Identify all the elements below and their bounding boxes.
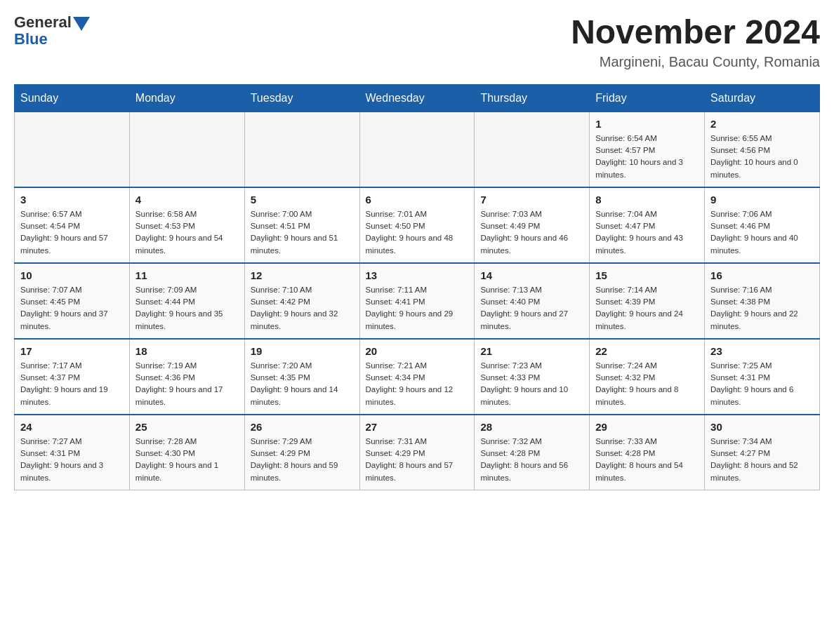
day-number: 25 [135,421,239,433]
logo-triangle-icon [73,17,90,31]
day-info: Sunrise: 7:33 AMSunset: 4:28 PMDaylight:… [595,436,699,484]
calendar-day-cell: 12Sunrise: 7:10 AMSunset: 4:42 PMDayligh… [244,263,359,339]
calendar-day-cell: 21Sunrise: 7:23 AMSunset: 4:33 PMDayligh… [475,339,590,415]
calendar-day-cell: 13Sunrise: 7:11 AMSunset: 4:41 PMDayligh… [359,263,475,339]
calendar-day-cell [129,112,244,187]
day-number: 3 [20,194,124,206]
day-info: Sunrise: 7:31 AMSunset: 4:29 PMDaylight:… [366,436,469,484]
day-info: Sunrise: 6:57 AMSunset: 4:54 PMDaylight:… [20,208,124,257]
day-info: Sunrise: 7:07 AMSunset: 4:45 PMDaylight:… [20,284,124,333]
day-info: Sunrise: 7:13 AMSunset: 4:40 PMDaylight:… [480,284,583,333]
weekday-header: Tuesday [244,84,359,112]
day-number: 10 [20,269,124,281]
day-number: 19 [251,345,354,357]
day-info: Sunrise: 7:34 AMSunset: 4:27 PMDaylight:… [710,436,814,484]
calendar-day-cell: 4Sunrise: 6:58 AMSunset: 4:53 PMDaylight… [129,187,244,263]
day-info: Sunrise: 7:16 AMSunset: 4:38 PMDaylight:… [710,284,814,333]
day-number: 5 [251,194,354,206]
calendar-day-cell: 15Sunrise: 7:14 AMSunset: 4:39 PMDayligh… [590,263,705,339]
logo[interactable]: General Blue [14,14,90,48]
calendar-week-row: 10Sunrise: 7:07 AMSunset: 4:45 PMDayligh… [15,263,820,339]
calendar-week-row: 24Sunrise: 7:27 AMSunset: 4:31 PMDayligh… [15,415,820,490]
day-info: Sunrise: 7:29 AMSunset: 4:29 PMDaylight:… [251,436,354,484]
calendar-day-cell: 25Sunrise: 7:28 AMSunset: 4:30 PMDayligh… [129,415,244,490]
day-number: 14 [480,269,583,281]
calendar-day-cell: 24Sunrise: 7:27 AMSunset: 4:31 PMDayligh… [15,415,130,490]
calendar-day-cell: 5Sunrise: 7:00 AMSunset: 4:51 PMDaylight… [244,187,359,263]
calendar-day-cell: 7Sunrise: 7:03 AMSunset: 4:49 PMDaylight… [475,187,590,263]
weekday-header: Thursday [475,84,590,112]
day-info: Sunrise: 7:27 AMSunset: 4:31 PMDaylight:… [20,436,124,484]
calendar-day-cell: 23Sunrise: 7:25 AMSunset: 4:31 PMDayligh… [705,339,820,415]
calendar-day-cell: 10Sunrise: 7:07 AMSunset: 4:45 PMDayligh… [15,263,130,339]
day-number: 1 [595,118,699,130]
calendar-day-cell: 17Sunrise: 7:17 AMSunset: 4:37 PMDayligh… [15,339,130,415]
logo-blue: Blue [14,31,90,48]
day-info: Sunrise: 7:20 AMSunset: 4:35 PMDaylight:… [251,360,354,408]
calendar-day-cell: 27Sunrise: 7:31 AMSunset: 4:29 PMDayligh… [359,415,475,490]
day-info: Sunrise: 7:25 AMSunset: 4:31 PMDaylight:… [710,360,814,408]
calendar-day-cell: 9Sunrise: 7:06 AMSunset: 4:46 PMDaylight… [705,187,820,263]
calendar-day-cell: 30Sunrise: 7:34 AMSunset: 4:27 PMDayligh… [705,415,820,490]
day-number: 8 [595,194,699,206]
day-number: 13 [366,269,469,281]
weekday-header: Saturday [705,84,820,112]
day-number: 28 [480,421,583,433]
day-number: 2 [710,118,814,130]
day-info: Sunrise: 6:55 AMSunset: 4:56 PMDaylight:… [710,133,814,181]
calendar-header-row: SundayMondayTuesdayWednesdayThursdayFrid… [15,84,820,112]
calendar-day-cell: 11Sunrise: 7:09 AMSunset: 4:44 PMDayligh… [129,263,244,339]
page-header: General Blue November 2024 Margineni, Ba… [14,14,820,70]
calendar-day-cell: 29Sunrise: 7:33 AMSunset: 4:28 PMDayligh… [590,415,705,490]
day-number: 22 [595,345,699,357]
day-info: Sunrise: 7:10 AMSunset: 4:42 PMDaylight:… [251,284,354,333]
calendar-week-row: 1Sunrise: 6:54 AMSunset: 4:57 PMDaylight… [15,112,820,187]
calendar-table: SundayMondayTuesdayWednesdayThursdayFrid… [14,84,820,490]
day-number: 21 [480,345,583,357]
day-info: Sunrise: 7:06 AMSunset: 4:46 PMDaylight:… [710,208,814,257]
logo-text: General Blue [14,14,90,48]
calendar-day-cell [475,112,590,187]
weekday-header: Monday [129,84,244,112]
calendar-day-cell: 1Sunrise: 6:54 AMSunset: 4:57 PMDaylight… [590,112,705,187]
day-info: Sunrise: 6:58 AMSunset: 4:53 PMDaylight:… [135,208,239,257]
day-number: 4 [135,194,239,206]
calendar-day-cell [244,112,359,187]
day-info: Sunrise: 7:32 AMSunset: 4:28 PMDaylight:… [480,436,583,484]
day-info: Sunrise: 6:54 AMSunset: 4:57 PMDaylight:… [595,133,699,181]
day-number: 20 [366,345,469,357]
calendar-day-cell: 28Sunrise: 7:32 AMSunset: 4:28 PMDayligh… [475,415,590,490]
day-info: Sunrise: 7:17 AMSunset: 4:37 PMDaylight:… [20,360,124,408]
day-number: 29 [595,421,699,433]
day-info: Sunrise: 7:21 AMSunset: 4:34 PMDaylight:… [366,360,469,408]
day-info: Sunrise: 7:28 AMSunset: 4:30 PMDaylight:… [135,436,239,484]
calendar-day-cell [359,112,475,187]
day-number: 18 [135,345,239,357]
title-section: November 2024 Margineni, Bacau County, R… [571,14,820,70]
day-number: 17 [20,345,124,357]
calendar-week-row: 3Sunrise: 6:57 AMSunset: 4:54 PMDaylight… [15,187,820,263]
logo-general: General [14,14,72,31]
day-number: 30 [710,421,814,433]
day-info: Sunrise: 7:14 AMSunset: 4:39 PMDaylight:… [595,284,699,333]
day-info: Sunrise: 7:23 AMSunset: 4:33 PMDaylight:… [480,360,583,408]
calendar-day-cell: 18Sunrise: 7:19 AMSunset: 4:36 PMDayligh… [129,339,244,415]
day-info: Sunrise: 7:11 AMSunset: 4:41 PMDaylight:… [366,284,469,333]
calendar-day-cell: 2Sunrise: 6:55 AMSunset: 4:56 PMDaylight… [705,112,820,187]
day-number: 15 [595,269,699,281]
day-number: 12 [251,269,354,281]
day-number: 26 [251,421,354,433]
calendar-day-cell: 6Sunrise: 7:01 AMSunset: 4:50 PMDaylight… [359,187,475,263]
weekday-header: Wednesday [359,84,475,112]
day-number: 24 [20,421,124,433]
calendar-day-cell: 22Sunrise: 7:24 AMSunset: 4:32 PMDayligh… [590,339,705,415]
day-number: 6 [366,194,469,206]
day-info: Sunrise: 7:19 AMSunset: 4:36 PMDaylight:… [135,360,239,408]
day-info: Sunrise: 7:00 AMSunset: 4:51 PMDaylight:… [251,208,354,257]
day-number: 11 [135,269,239,281]
day-info: Sunrise: 7:24 AMSunset: 4:32 PMDaylight:… [595,360,699,408]
day-info: Sunrise: 7:01 AMSunset: 4:50 PMDaylight:… [366,208,469,257]
weekday-header: Sunday [15,84,130,112]
location: Margineni, Bacau County, Romania [571,54,820,70]
day-info: Sunrise: 7:09 AMSunset: 4:44 PMDaylight:… [135,284,239,333]
